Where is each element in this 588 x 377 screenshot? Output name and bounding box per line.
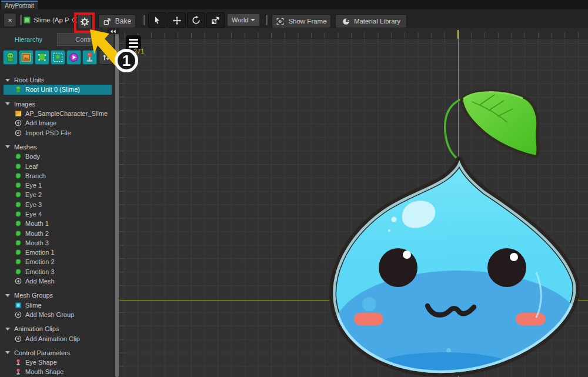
tree-section-label: Images: [14, 101, 35, 108]
collapse-triangle-icon: [5, 102, 10, 105]
show-frame-button[interactable]: Show Frame: [272, 14, 331, 28]
toolbar-separator: [266, 15, 268, 25]
tree-item-label: Eye Shape: [25, 359, 57, 366]
coordinate-mode-value: World: [232, 16, 249, 24]
tree-section-header[interactable]: Mesh Groups: [0, 291, 115, 300]
step-1-badge: 1: [115, 49, 138, 72]
hierarchy-sidebar: Hierarchy Control: [0, 28, 115, 377]
slime-character-image: [119, 28, 588, 377]
mesh-icon: [15, 153, 22, 160]
tab-anyportrait[interactable]: AnyPortrait: [1, 1, 38, 9]
tree-item-ap-samplecharacter-slime[interactable]: AP_SampleCharacter_Slime: [0, 109, 115, 118]
mesh-icon: [15, 182, 22, 189]
tree-item-add-mesh-group[interactable]: Add Mesh Group: [0, 310, 115, 319]
tree-section-label: Control Parameters: [14, 349, 70, 356]
hierarchy-tree: Root UnitsRoot Unit 0 (Slime)ImagesAP_Sa…: [0, 75, 115, 377]
tree-item-body[interactable]: Body: [0, 152, 115, 161]
tree-item-label: Eye 1: [25, 182, 42, 189]
tab-hierarchy[interactable]: Hierarchy: [0, 33, 57, 46]
tree-item-label: Add Image: [25, 119, 56, 126]
mesh-icon: [15, 249, 22, 256]
mesh-icon: [15, 239, 22, 246]
mesh-icon: [15, 230, 22, 237]
anyportrait-editor-window: AnyPortrait × Slime (Ap P: [0, 0, 588, 377]
tree-item-leaf[interactable]: Leaf: [0, 161, 115, 171]
tree-section-header[interactable]: Images: [0, 99, 115, 109]
tree-item-label: Emotion 3: [25, 268, 55, 275]
scale-tool-button[interactable]: [206, 12, 225, 28]
tree-item-add-mesh[interactable]: Add Mesh: [0, 276, 115, 286]
left-eye: [379, 248, 417, 287]
tree-item-mouth-2[interactable]: Mouth 2: [0, 228, 115, 238]
tree-item-add-image[interactable]: Add Image: [0, 118, 115, 128]
tree-item-mouth-3[interactable]: Mouth 3: [0, 238, 115, 248]
tree-item-import-psd-file[interactable]: Import PSD File: [0, 128, 115, 137]
material-library-label: Material Library: [354, 18, 400, 25]
add-icon: [15, 335, 22, 342]
tree-section-header[interactable]: Animation Clips: [0, 324, 115, 333]
tree-section: Control ParametersEye ShapeMouth Shape: [0, 348, 115, 377]
tree-section: Animation ClipsAdd Animation Clip: [0, 324, 115, 343]
portrait-asset-icon: [24, 16, 31, 24]
tree-item-label: Add Animation Clip: [25, 335, 80, 342]
tree-item-label: Eye 3: [25, 201, 42, 208]
tree-item-emotion-2[interactable]: Emotion 2: [0, 257, 115, 266]
play-icon: [68, 52, 79, 63]
leaf-stem: [445, 99, 462, 158]
tree-item-emotion-3[interactable]: Emotion 3: [0, 267, 115, 276]
tree-section-header[interactable]: Root Units: [0, 75, 115, 85]
tree-section-label: Animation Clips: [14, 325, 59, 332]
animation-filter-button[interactable]: [66, 50, 81, 65]
origin-ruler-tick: [457, 30, 459, 39]
tree-item-label: Slime: [25, 302, 42, 309]
rotate-tool-button[interactable]: [187, 12, 205, 28]
leaf: [462, 91, 538, 157]
tree-item-label: Root Unit 0 (Slime): [25, 86, 80, 93]
tree-section-label: Mesh Groups: [14, 292, 53, 299]
tree-item-label: AP_SampleCharacter_Slime: [25, 110, 108, 117]
tree-item-label: Emotion 1: [25, 249, 55, 256]
tree-item-mouth-shape[interactable]: Mouth Shape: [0, 367, 115, 376]
left-blush: [354, 313, 383, 325]
cursor-icon: [152, 15, 162, 25]
scale-icon: [211, 15, 220, 25]
tree-item-label: Body: [25, 153, 40, 160]
tree-item-eye-4[interactable]: Eye 4: [0, 209, 115, 219]
chevron-down-icon: [250, 19, 255, 21]
tree-item-eye-2[interactable]: Eye 2: [0, 190, 115, 199]
tree-item-label: Mouth Shape: [25, 368, 64, 375]
psd-icon: [15, 129, 22, 136]
select-tool-button[interactable]: [148, 12, 166, 28]
move-icon: [172, 15, 182, 26]
tree-item-eye-1[interactable]: Eye 1: [0, 181, 115, 190]
right-eye: [487, 248, 526, 287]
tree-item-branch[interactable]: Branch: [0, 171, 115, 181]
material-library-button[interactable]: Material Library: [335, 14, 407, 28]
workspace-canvas[interactable]: 271: [119, 28, 588, 377]
tree-item-slime[interactable]: Slime: [0, 301, 115, 310]
image-filter-button[interactable]: [19, 50, 34, 65]
add-icon: [15, 119, 22, 126]
tree-section-header[interactable]: Control Parameters: [0, 348, 115, 358]
tree-item-eye-shape[interactable]: Eye Shape: [0, 358, 115, 367]
tree-item-add-animation-clip[interactable]: Add Animation Clip: [0, 333, 115, 343]
tree-section: ImagesAP_SampleCharacter_SlimeAdd ImageI…: [0, 99, 115, 138]
coordinate-mode-dropdown[interactable]: World: [227, 14, 260, 26]
collapse-triangle-icon: [5, 294, 10, 297]
tree-item-label: Mouth 1: [25, 220, 49, 227]
show-frame-label: Show Frame: [288, 18, 326, 25]
mesh-group-filter-button[interactable]: [51, 50, 65, 65]
tree-item-label: Import PSD File: [25, 129, 71, 136]
move-tool-button[interactable]: [168, 12, 186, 28]
close-button[interactable]: ×: [4, 13, 16, 27]
tree-item-mouth-1[interactable]: Mouth 1: [0, 219, 115, 228]
right-blush: [516, 313, 546, 325]
tree-item-eye-3[interactable]: Eye 3: [0, 200, 115, 209]
mesh-group-icon: [52, 52, 64, 63]
mesh-filter-button[interactable]: [35, 50, 49, 65]
collapse-triangle-icon: [5, 145, 10, 148]
character-filter-button[interactable]: [3, 50, 18, 65]
tree-item-root-unit-0-slime[interactable]: Root Unit 0 (Slime): [4, 85, 112, 94]
tree-section-header[interactable]: Meshes: [0, 142, 115, 152]
tree-item-emotion-1[interactable]: Emotion 1: [0, 248, 115, 257]
